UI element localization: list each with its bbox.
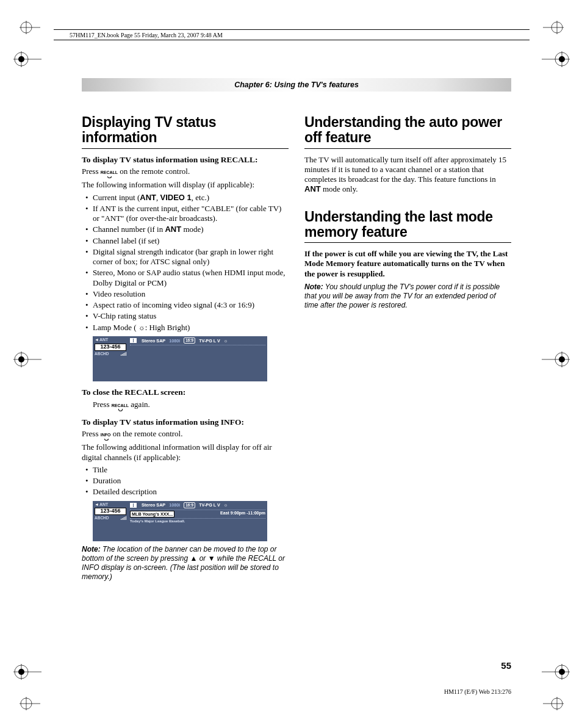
list-item: Channel number (if in ANT mode) bbox=[93, 225, 289, 234]
list-item: If ANT is the current input, either "CAB… bbox=[93, 204, 289, 224]
section-heading: Understanding the auto power off feature bbox=[304, 115, 511, 146]
dolby-icon bbox=[130, 502, 138, 508]
list-item: Lamp Mode ( ☼: High Bright) bbox=[93, 323, 289, 333]
osd-resolution: 1080i bbox=[169, 502, 180, 508]
osd-channel: 123-456 bbox=[95, 344, 126, 351]
osd-rating: TV-PG L V bbox=[199, 502, 220, 508]
note: Note: The location of the banner can be … bbox=[82, 545, 289, 582]
osd-resolution: 1080i bbox=[169, 338, 180, 344]
paragraph: The following additional information wil… bbox=[82, 442, 289, 463]
list-item: Duration bbox=[93, 476, 289, 486]
osd-aspect: 16:9 bbox=[184, 337, 195, 344]
section-heading: Displaying TV status information bbox=[82, 115, 289, 146]
footer-doc-code: HM117 (E/F) Web 213:276 bbox=[444, 688, 511, 695]
signal-bars-icon bbox=[121, 352, 126, 356]
subheading: To close the RECALL screen: bbox=[82, 387, 289, 398]
osd-rating: TV-PG L V bbox=[199, 338, 220, 344]
osd-audio: Stereo SAP bbox=[142, 502, 165, 508]
lamp-icon: ☼ bbox=[224, 502, 228, 508]
section-rule bbox=[304, 242, 511, 243]
list-item: Detailed description bbox=[93, 487, 289, 497]
paragraph: Press INFO on the remote control. bbox=[82, 429, 289, 441]
list-item: Digital signal strength indicator (bar g… bbox=[93, 247, 289, 267]
dolby-icon bbox=[130, 337, 138, 344]
osd-program-time: East 9:00pm -11:00pm bbox=[220, 511, 265, 517]
register-mark-icon bbox=[542, 351, 570, 367]
list-item: Current input (ANT, VIDEO 1, etc.) bbox=[93, 193, 289, 203]
lamp-icon: ☼ bbox=[138, 323, 145, 332]
osd-aspect: 16:9 bbox=[184, 502, 195, 508]
lamp-icon: ☼ bbox=[224, 338, 228, 344]
register-mark-icon bbox=[13, 351, 41, 367]
register-mark-icon bbox=[542, 51, 570, 67]
osd-program-title: MLB Young's XXX... bbox=[130, 511, 174, 517]
paragraph: The following information will display (… bbox=[82, 180, 289, 190]
paragraph: Press RECALL on the remote control. bbox=[82, 167, 289, 178]
list-item: V-Chip rating status bbox=[93, 311, 289, 321]
chapter-heading-bar: Chapter 6: Using the TV's features bbox=[82, 78, 511, 92]
osd-program-desc: Today's Major League Baseball. bbox=[130, 519, 265, 524]
list-item: Video resolution bbox=[93, 289, 289, 299]
crop-mark-icon bbox=[20, 21, 40, 34]
osd-input: ANT bbox=[95, 502, 126, 508]
section-rule bbox=[82, 148, 289, 149]
register-mark-icon bbox=[542, 664, 570, 680]
recall-button-icon: RECALL bbox=[101, 170, 118, 178]
running-head: 57HM117_EN.book Page 55 Friday, March 23… bbox=[70, 32, 223, 38]
list-item: Title bbox=[93, 465, 289, 475]
page: 57HM117_EN.book Page 55 Friday, March 23… bbox=[0, 0, 582, 728]
content-columns: Displaying TV status information To disp… bbox=[82, 115, 511, 583]
osd-info-banner: ANT 123-456 ABCHD Stereo SAP 1080i 16:9 bbox=[93, 501, 267, 542]
section-heading: Understanding the last mode memory featu… bbox=[304, 209, 511, 240]
osd-channel: 123-456 bbox=[95, 508, 126, 515]
subheading: To display TV status information using R… bbox=[82, 155, 289, 165]
osd-audio: Stereo SAP bbox=[142, 338, 165, 344]
section-rule bbox=[304, 148, 511, 149]
subheading: To display TV status information using I… bbox=[82, 417, 289, 428]
osd-label: ABCHD bbox=[95, 516, 126, 521]
crop-mark-icon bbox=[543, 697, 564, 710]
info-button-icon: INFO bbox=[101, 433, 111, 441]
header-rule bbox=[54, 40, 530, 40]
crop-mark-icon bbox=[20, 697, 40, 710]
paragraph: If the power is cut off while you are vi… bbox=[304, 249, 511, 279]
osd-label: ABCHD bbox=[95, 351, 126, 356]
page-number: 55 bbox=[501, 660, 511, 671]
paragraph: The TV will automatically turn itself of… bbox=[304, 155, 511, 195]
bullet-list: Title Duration Detailed description bbox=[82, 465, 289, 497]
note: Note: You should unplug the TV's power c… bbox=[304, 283, 511, 310]
osd-recall-banner: ANT 123-456 ABCHD Stereo SAP 1080i 16:9 bbox=[93, 336, 267, 381]
register-mark-icon bbox=[13, 664, 41, 680]
header-rule bbox=[54, 29, 530, 30]
left-column: Displaying TV status information To disp… bbox=[82, 115, 289, 583]
register-mark-icon bbox=[13, 51, 41, 67]
right-column: Understanding the auto power off feature… bbox=[304, 115, 511, 583]
list-item: Channel label (if set) bbox=[93, 236, 289, 246]
list-item: Stereo, Mono or SAP audio status (when H… bbox=[93, 268, 289, 288]
list-item: Aspect ratio of incoming video signal (4… bbox=[93, 300, 289, 310]
recall-button-icon: RECALL bbox=[112, 403, 129, 411]
osd-input: ANT bbox=[95, 337, 126, 343]
bullet-list: Current input (ANT, VIDEO 1, etc.) If AN… bbox=[82, 193, 289, 333]
crop-mark-icon bbox=[543, 21, 564, 34]
paragraph: Press RECALL again. bbox=[93, 400, 289, 411]
signal-bars-icon bbox=[121, 516, 126, 520]
